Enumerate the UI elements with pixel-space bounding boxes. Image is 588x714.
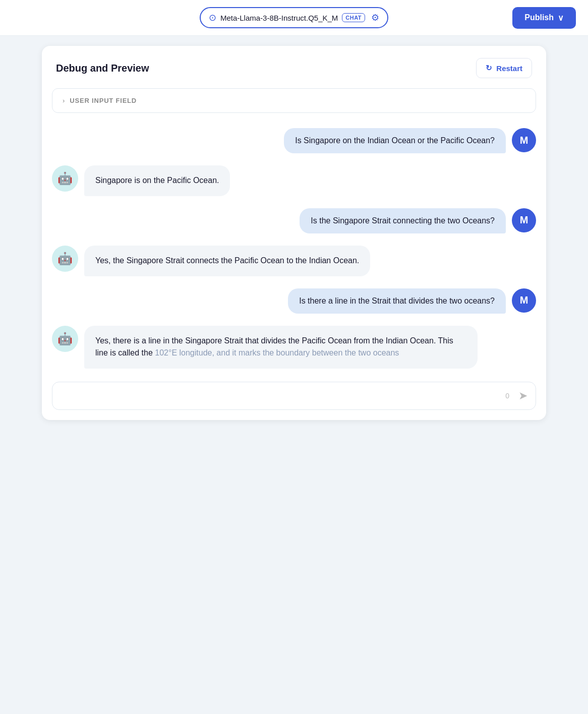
model-selector[interactable]: ⊙ Meta-Llama-3-8B-Instruct.Q5_K_M CHAT ⚙ [200,7,388,28]
bot-avatar-icon: 🤖 [57,332,73,346]
panel-header: Debug and Preview ↻ Restart [42,46,546,88]
publish-label: Publish [524,13,554,22]
bot-message-row: 🤖 Yes, there is a line in the Singapore … [52,326,536,369]
settings-icon[interactable]: ⚙ [371,12,379,23]
send-icon: ➤ [518,389,527,402]
chat-input[interactable] [61,391,500,400]
bot-bubble: Yes, the Singapore Strait connects the P… [84,246,370,276]
bot-message-text: Singapore is on the Pacific Ocean. [95,176,219,185]
bot-message-row: 🤖 Singapore is on the Pacific Ocean. [52,165,536,196]
user-avatar: M [512,288,536,313]
user-message-row: Is Singapore on the Indian Ocean or the … [52,128,536,153]
send-button[interactable]: ➤ [518,389,527,402]
chevron-icon: › [63,97,65,104]
input-bar: 0 ➤ [52,382,536,410]
user-message-text: Is there a line in the Strait that divid… [299,296,495,305]
bot-message-row: 🤖 Yes, the Singapore Strait connects the… [52,246,536,276]
bot-bubble: Yes, there is a line in the Singapore St… [84,326,478,369]
user-bubble: Is the Singapore Strait connecting the t… [300,208,506,233]
bot-avatar-icon: 🤖 [57,252,73,266]
panel-title: Debug and Preview [56,63,149,74]
user-message-text: Is the Singapore Strait connecting the t… [311,216,495,225]
model-name: Meta-Llama-3-8B-Instruct.Q5_K_M [220,14,338,22]
user-avatar-label: M [520,214,528,226]
restart-button[interactable]: ↻ Restart [476,58,532,78]
main-panel: Debug and Preview ↻ Restart › USER INPUT… [42,46,546,420]
user-avatar-label: M [520,135,528,146]
user-bubble: Is Singapore on the Indian Ocean or the … [284,128,506,153]
chat-area: Is Singapore on the Indian Ocean or the … [42,123,546,374]
bot-message-faded: 102°E longitude, and it marks the bounda… [155,348,399,357]
input-char-count: 0 [505,392,509,400]
user-avatar-label: M [520,294,528,306]
publish-button[interactable]: Publish ∨ [512,7,576,29]
bot-avatar: 🤖 [52,326,78,352]
user-message-text: Is Singapore on the Indian Ocean or the … [295,136,495,145]
user-input-label: USER INPUT FIELD [70,97,137,104]
bot-message-text: Yes, the Singapore Strait connects the P… [95,256,359,265]
user-message-row: Is the Singapore Strait connecting the t… [52,208,536,233]
user-avatar: M [512,208,536,232]
model-icon: ⊙ [209,12,216,23]
chat-badge: CHAT [342,13,365,22]
user-bubble: Is there a line in the Strait that divid… [288,288,506,314]
user-input-section[interactable]: › USER INPUT FIELD [52,88,536,113]
bot-bubble: Singapore is on the Pacific Ocean. [84,165,230,196]
user-message-row: Is there a line in the Strait that divid… [52,288,536,314]
bot-avatar: 🤖 [52,246,78,272]
bot-avatar-icon: 🤖 [57,171,73,186]
top-bar: ⊙ Meta-Llama-3-8B-Instruct.Q5_K_M CHAT ⚙… [0,0,588,36]
publish-chevron-icon: ∨ [558,13,564,23]
restart-icon: ↻ [486,64,492,73]
restart-label: Restart [496,64,522,73]
bot-avatar: 🤖 [52,165,78,192]
user-avatar: M [512,128,536,152]
